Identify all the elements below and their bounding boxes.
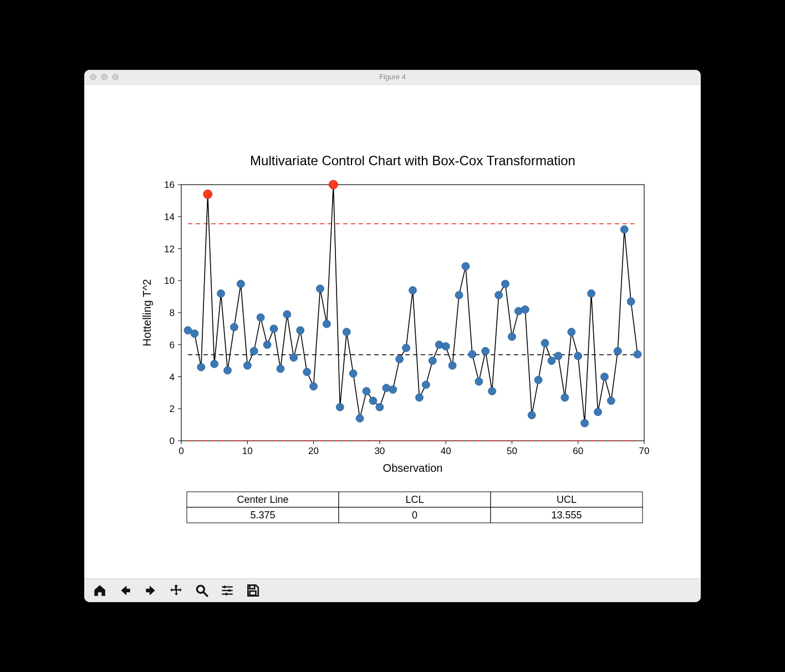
data-point [317, 284, 324, 292]
data-point [343, 328, 350, 335]
data-point [257, 313, 264, 321]
data-point [554, 352, 562, 359]
data-point [363, 387, 370, 395]
data-point [415, 394, 423, 401]
data-point [502, 280, 509, 288]
data-point [263, 340, 271, 348]
x-tick-label: 30 [374, 446, 385, 456]
pan-icon [169, 583, 183, 598]
x-tick-label: 70 [639, 446, 650, 456]
table-value: 5.375 [250, 510, 275, 521]
zoom-button[interactable] [190, 580, 214, 601]
save-button[interactable] [241, 580, 265, 601]
data-point [310, 382, 318, 390]
y-tick-label: 2 [170, 404, 175, 414]
data-point [224, 366, 232, 374]
svg-rect-24 [226, 593, 227, 595]
data-point [488, 387, 496, 395]
x-tick-label: 0 [179, 446, 183, 456]
data-point [620, 225, 628, 233]
data-point [429, 357, 436, 364]
data-point [607, 396, 615, 404]
table-value: 13.555 [551, 510, 582, 521]
plot-area [181, 185, 644, 441]
configure-button[interactable] [215, 580, 239, 601]
data-point [376, 403, 384, 411]
window-title: Figure 4 [84, 73, 701, 81]
data-point [594, 408, 602, 416]
data-point [482, 347, 490, 355]
data-point [541, 339, 549, 347]
data-point [455, 291, 463, 299]
outlier-point [203, 190, 212, 198]
data-point [581, 419, 589, 427]
y-tick-label: 6 [170, 339, 175, 350]
data-point [250, 347, 258, 355]
data-point [521, 306, 529, 313]
data-point [191, 329, 198, 337]
data-point [211, 360, 218, 368]
svg-rect-25 [250, 585, 255, 589]
y-tick-label: 10 [164, 276, 175, 286]
data-point [495, 291, 503, 299]
data-point [568, 328, 575, 335]
data-point [409, 286, 417, 294]
table-header: UCL [557, 494, 577, 505]
data-point [462, 262, 470, 270]
x-tick-label: 10 [242, 446, 253, 456]
svg-rect-20 [224, 586, 226, 588]
y-axis-label: Hottelling T^2 [141, 279, 153, 346]
svg-line-18 [203, 592, 208, 597]
data-point [614, 347, 621, 355]
data-point [283, 310, 291, 318]
data-point [600, 373, 608, 380]
save-icon [246, 583, 260, 598]
data-point [561, 394, 569, 401]
data-point [528, 411, 536, 419]
close-dot[interactable] [90, 74, 96, 80]
data-point [422, 380, 430, 388]
svg-point-17 [197, 586, 204, 593]
x-tick-label: 20 [308, 446, 319, 456]
data-point [534, 376, 542, 384]
data-point [442, 342, 450, 350]
data-point [389, 385, 397, 393]
data-point [336, 403, 344, 411]
table-header: Center Line [237, 494, 288, 505]
data-point [356, 414, 364, 422]
data-point [349, 369, 357, 377]
titlebar: Figure 4 [84, 70, 701, 85]
traffic-lights [90, 74, 119, 80]
data-point [508, 333, 516, 340]
data-point [448, 362, 456, 369]
x-tick-label: 40 [441, 446, 451, 456]
data-point [588, 289, 595, 297]
home-button[interactable] [88, 580, 112, 601]
data-point [243, 362, 251, 369]
svg-rect-26 [250, 591, 256, 595]
data-point [548, 357, 555, 364]
data-point [468, 350, 476, 358]
y-tick-label: 12 [164, 243, 175, 254]
zoom-icon [195, 583, 209, 598]
table-header: LCL [405, 494, 424, 505]
data-point [323, 320, 330, 328]
data-point [396, 355, 404, 363]
y-tick-label: 16 [164, 180, 175, 190]
data-point [627, 297, 635, 305]
y-tick-label: 0 [170, 436, 175, 446]
y-tick-label: 8 [170, 308, 175, 318]
matplotlib-toolbar [84, 578, 701, 603]
pan-button[interactable] [164, 580, 188, 601]
home-icon [93, 583, 107, 598]
x-tick-label: 60 [573, 446, 583, 456]
forward-button[interactable] [139, 580, 163, 601]
minimize-dot[interactable] [101, 74, 108, 80]
window: Figure 4 Multivariate Control Chart with… [84, 70, 701, 602]
zoom-dot[interactable] [112, 74, 119, 80]
data-point [230, 323, 238, 330]
data-point [297, 326, 304, 334]
x-tick-label: 50 [507, 446, 517, 456]
x-axis-label: Observation [383, 462, 443, 474]
back-button[interactable] [113, 580, 137, 601]
